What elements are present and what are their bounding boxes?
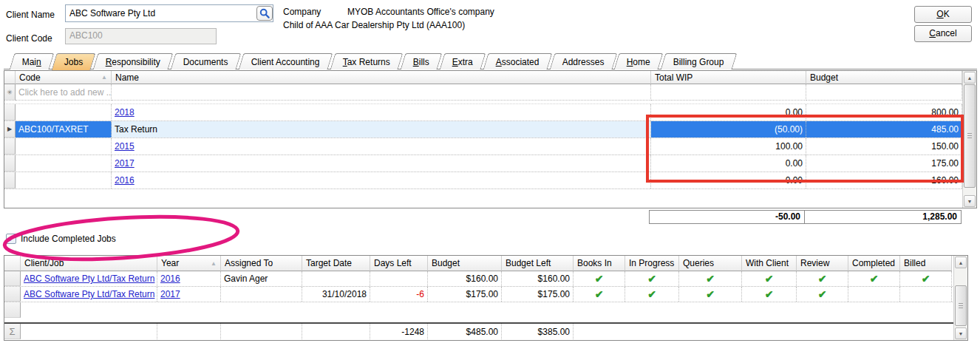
scroll-down-icon[interactable]: ▼: [964, 195, 976, 207]
check-icon[interactable]: ✔: [900, 271, 952, 286]
row-selector[interactable]: ▶: [4, 121, 16, 137]
year-link[interactable]: 2016: [160, 274, 180, 284]
job-year-link[interactable]: 2015: [115, 141, 135, 152]
check-icon[interactable]: ✔: [679, 287, 742, 302]
check-icon[interactable]: [848, 287, 900, 302]
detail-col-budget[interactable]: Budget: [428, 256, 502, 271]
row-selector[interactable]: [4, 287, 21, 302]
client-job-link[interactable]: ABC Software Pty Ltd/Tax Return: [24, 274, 154, 284]
tab-billing-group[interactable]: Billing Group: [661, 53, 737, 69]
checkbox-box[interactable]: ✓: [6, 234, 16, 244]
days-left-cell[interactable]: -6: [370, 287, 428, 302]
detail-col-completed[interactable]: Completed: [848, 256, 900, 271]
job-row-2018[interactable]: 2018 0.00 800.00: [4, 104, 976, 121]
budget-cell[interactable]: $160.00: [428, 271, 502, 286]
name-cell[interactable]: Tax Return: [112, 121, 651, 137]
detail-col-year[interactable]: Year▲: [157, 256, 221, 271]
detail-col-target-date[interactable]: Target Date: [302, 256, 370, 271]
check-icon[interactable]: [900, 287, 952, 302]
budget-cell[interactable]: 160.00: [806, 172, 962, 189]
tab-client-accounting[interactable]: Client Accounting: [239, 53, 333, 69]
cancel-button[interactable]: Cancel: [914, 25, 972, 42]
scroll-down-icon[interactable]: ▼: [955, 327, 967, 339]
total-wip-cell[interactable]: 0.00: [651, 155, 806, 172]
jobs-col-name[interactable]: Name: [112, 71, 651, 84]
tab-tax-returns[interactable]: Tax Returns: [330, 53, 404, 69]
detail-col-review[interactable]: Review: [797, 256, 848, 271]
include-completed-checkbox[interactable]: ✓ Include Completed Jobs: [6, 234, 116, 244]
detail-col-budget-left[interactable]: Budget Left: [502, 256, 574, 271]
job-year-link[interactable]: 2016: [115, 175, 135, 186]
row-selector[interactable]: [4, 155, 16, 172]
jobs-scrollbar[interactable]: ▲ ▼: [962, 71, 976, 208]
jobs-col-budget[interactable]: Budget: [806, 71, 962, 84]
assigned-to-cell[interactable]: [221, 287, 302, 302]
total-wip-cell[interactable]: 0.00: [651, 104, 806, 120]
row-selector[interactable]: [4, 138, 16, 154]
row-selector[interactable]: [4, 172, 16, 189]
add-new-row[interactable]: ✳ Click here to add new ...: [4, 84, 976, 101]
name-cell[interactable]: 2017: [112, 155, 651, 172]
scroll-up-icon[interactable]: ▲: [964, 72, 976, 84]
budget-cell[interactable]: 485.00: [806, 121, 962, 137]
target-date-cell[interactable]: 31/10/2018: [302, 287, 370, 302]
check-icon[interactable]: ✔: [574, 271, 625, 286]
client-job-cell[interactable]: ABC Software Pty Ltd/Tax Return: [21, 271, 157, 286]
tab-addresses[interactable]: Addresses: [549, 53, 616, 69]
name-cell[interactable]: 2018: [112, 104, 651, 120]
total-wip-cell[interactable]: 0.00: [651, 172, 806, 189]
check-icon[interactable]: ✔: [797, 287, 848, 302]
days-left-cell[interactable]: [370, 271, 428, 286]
check-icon[interactable]: ✔: [742, 271, 797, 286]
job-row-2015[interactable]: 2015 100.00 150.00: [4, 138, 976, 155]
jobs-scroll-thumb[interactable]: [964, 84, 976, 188]
detail-col-with-client[interactable]: With Client: [742, 256, 797, 271]
target-date-cell[interactable]: [302, 271, 370, 286]
budget-cell[interactable]: $175.00: [428, 287, 502, 302]
detail-col-queries[interactable]: Queries: [679, 256, 742, 271]
check-icon[interactable]: ✔: [797, 271, 848, 286]
code-cell[interactable]: [16, 172, 112, 189]
assigned-to-cell[interactable]: Gavin Ager: [221, 271, 302, 286]
tab-bills[interactable]: Bills: [401, 53, 443, 69]
check-icon[interactable]: ✔: [679, 271, 742, 286]
detail-scroll-thumb[interactable]: [955, 285, 967, 326]
code-cell[interactable]: [16, 104, 112, 120]
tab-main[interactable]: Main: [10, 53, 55, 69]
budget-cell[interactable]: 150.00: [806, 138, 962, 154]
budget-cell[interactable]: 800.00: [806, 104, 962, 120]
budget-left-cell[interactable]: $175.00: [502, 287, 574, 302]
add-new-budget-cell[interactable]: [806, 84, 962, 101]
check-icon[interactable]: ✔: [848, 271, 900, 286]
scroll-up-icon[interactable]: ▲: [955, 257, 967, 268]
detail-col-books-in[interactable]: Books In: [574, 256, 625, 271]
year-cell[interactable]: 2016: [157, 271, 221, 286]
client-name-input[interactable]: [65, 4, 273, 22]
budget-left-cell[interactable]: $160.00: [502, 271, 574, 286]
detail-col-in-progress[interactable]: In Progress: [625, 256, 679, 271]
tab-jobs[interactable]: Jobs: [52, 53, 96, 70]
tab-associated[interactable]: Associated: [483, 53, 552, 69]
jobs-col-code[interactable]: Code▲: [16, 71, 112, 84]
job-year-link[interactable]: 2018: [115, 107, 135, 118]
ok-button[interactable]: OK: [914, 6, 972, 23]
check-icon[interactable]: ✔: [574, 287, 625, 302]
job-year-link[interactable]: 2017: [115, 158, 135, 169]
detail-col-billed[interactable]: Billed: [900, 256, 952, 271]
client-job-cell[interactable]: ABC Software Pty Ltd/Tax Return: [21, 287, 157, 302]
code-cell[interactable]: ABC100/TAXRET: [16, 121, 112, 137]
detail-row-2016[interactable]: ABC Software Pty Ltd/Tax Return 2016 Gav…: [4, 271, 967, 287]
row-selector[interactable]: [4, 104, 16, 120]
job-row-2016[interactable]: 2016 0.00 160.00: [4, 172, 976, 189]
check-icon[interactable]: ✔: [625, 287, 679, 302]
total-wip-cell[interactable]: 100.00: [651, 138, 806, 154]
detail-col-days-left[interactable]: Days Left: [370, 256, 428, 271]
year-cell[interactable]: 2017: [157, 287, 221, 302]
code-cell[interactable]: [16, 138, 112, 154]
jobs-col-total-wip[interactable]: Total WIP: [651, 71, 806, 84]
tab-responsibility[interactable]: Responsibility: [93, 53, 174, 69]
tab-extra[interactable]: Extra: [440, 53, 486, 69]
budget-cell[interactable]: 175.00: [806, 155, 962, 172]
detail-col-assigned-to[interactable]: Assigned To: [221, 256, 302, 271]
row-selector[interactable]: [4, 271, 21, 286]
